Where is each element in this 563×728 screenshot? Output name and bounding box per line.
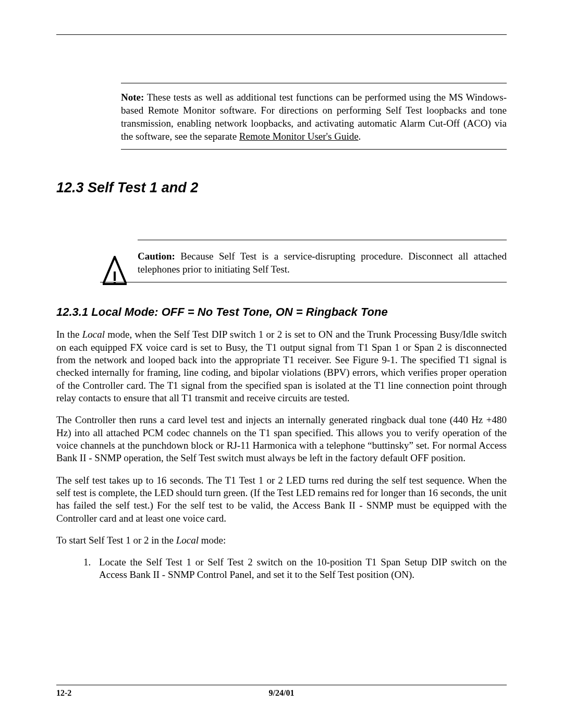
paragraph-4: To start Self Test 1 or 2 in the Local m…: [56, 534, 507, 547]
caution-top-rule: [138, 240, 507, 240]
footer-date: 9/24/01: [206, 688, 357, 698]
section-number: 12.3: [56, 180, 84, 195]
caution-bottom-rule: [100, 282, 507, 282]
p1-italic: Local: [82, 329, 105, 340]
note-top-rule: [121, 83, 507, 83]
note-text: Note: These tests as well as additional …: [121, 91, 507, 143]
subsection-title-text: Local Mode: OFF = No Test Tone, ON = Rin…: [91, 305, 387, 318]
footer-page-number: 12-2: [56, 688, 206, 698]
note-link[interactable]: Remote Monitor User's Guide: [239, 131, 359, 142]
warning-triangle-icon: [100, 256, 129, 287]
p4-before: To start Self Test 1 or 2 in the: [56, 535, 176, 546]
caution-body: Because Self Test is a service-disruptin…: [138, 251, 507, 275]
note-block: Note: These tests as well as additional …: [121, 83, 507, 150]
paragraph-3: The self test takes up to 16 seconds. Th…: [56, 474, 507, 525]
p1-before: In the: [56, 329, 82, 340]
caution-text: Caution: Because Self Test is a service-…: [138, 250, 507, 276]
note-label: Note:: [121, 92, 144, 103]
paragraph-2: The Controller then runs a card level te…: [56, 414, 507, 464]
caution-label: Caution:: [138, 251, 175, 262]
note-bottom-rule: [121, 149, 507, 150]
list-number: 1.: [83, 556, 99, 582]
p4-italic: Local: [176, 535, 199, 546]
list-text: Locate the Self Test 1 or Self Test 2 sw…: [99, 556, 507, 582]
list-item: 1. Locate the Self Test 1 or Self Test 2…: [83, 556, 507, 582]
svg-rect-1: [114, 272, 116, 281]
svg-rect-2: [114, 282, 116, 283]
page: Note: These tests as well as additional …: [0, 0, 563, 728]
footer-right-spacer: [357, 688, 507, 698]
subsection-heading: 12.3.1 Local Mode: OFF = No Test Tone, O…: [56, 305, 507, 319]
subsection-number: 12.3.1: [56, 305, 88, 318]
caution-block: Caution: Because Self Test is a service-…: [100, 240, 507, 282]
ordered-steps: 1. Locate the Self Test 1 or Self Test 2…: [83, 556, 507, 582]
top-page-rule: [56, 34, 507, 35]
paragraph-1: In the Local mode, when the Self Test DI…: [56, 328, 507, 404]
p4-after: mode:: [199, 535, 226, 546]
note-body-after: .: [359, 131, 361, 142]
footer-rule: [56, 685, 507, 685]
p1-after: mode, when the Self Test DIP switch 1 or…: [56, 329, 507, 403]
section-title-text: Self Test 1 and 2: [88, 180, 198, 195]
page-footer: 12-2 9/24/01: [56, 685, 507, 698]
section-heading: 12.3 Self Test 1 and 2: [56, 180, 507, 196]
